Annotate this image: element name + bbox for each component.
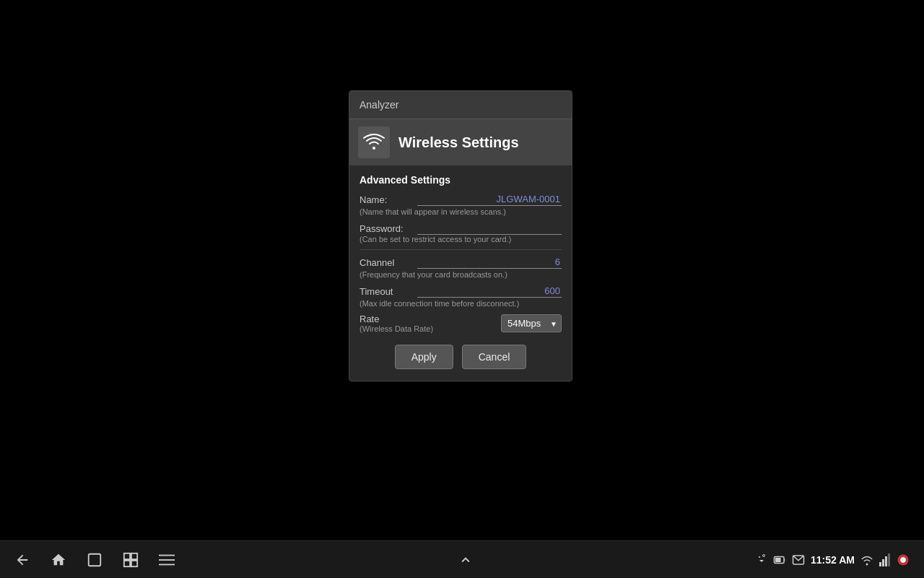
rate-hint: (Wireless Data Rate) [359, 324, 501, 333]
app-name: Analyzer [359, 99, 398, 111]
svg-rect-2 [131, 553, 137, 558]
recents-button[interactable] [87, 552, 103, 568]
timeout-row: Timeout (Max idle connection time before… [359, 285, 562, 308]
dialog-header: Wireless Settings [349, 119, 572, 165]
home-button[interactable] [51, 552, 66, 568]
svg-rect-6 [159, 559, 175, 561]
usb-icon [756, 553, 767, 566]
nav-bar: 11:52 AM [0, 540, 924, 578]
nav-left [14, 552, 175, 568]
timeout-hint: (Max idle connection time before disconn… [359, 299, 562, 308]
up-button[interactable] [458, 552, 474, 568]
svg-point-9 [763, 554, 765, 556]
svg-point-18 [900, 557, 906, 563]
channel-label: Channel [359, 257, 417, 268]
wifi-icon [358, 126, 390, 158]
cancel-button[interactable]: Cancel [462, 345, 527, 369]
nav-center [458, 552, 474, 568]
battery-icon [773, 553, 786, 566]
flag-icon [897, 553, 910, 566]
wireless-settings-dialog: Analyzer Wireless Settings Advanced Sett… [349, 90, 572, 381]
name-hint: (Name that will appear in wireless scans… [359, 207, 562, 216]
name-row: Name: (Name that will appear in wireless… [359, 193, 562, 216]
mail-icon [792, 553, 805, 566]
svg-rect-14 [882, 559, 884, 566]
dialog-title-bar: Analyzer [349, 91, 572, 119]
channel-row: Channel (Frequency that your card broadc… [359, 256, 562, 279]
divider [359, 249, 562, 250]
rate-label: Rate [359, 314, 501, 324]
timeout-label: Timeout [359, 286, 417, 297]
timeout-input[interactable] [417, 285, 562, 298]
wifi-symbol [362, 131, 385, 154]
channel-input[interactable] [417, 256, 562, 269]
svg-rect-1 [124, 553, 130, 558]
channel-hint: (Frequency that your card broadcasts on.… [359, 270, 562, 279]
rate-select-wrapper[interactable]: 1Mbps 2Mbps 5.5Mbps 11Mbps 6Mbps 9Mbps 1… [501, 314, 562, 332]
apply-button[interactable]: Apply [395, 345, 453, 369]
svg-rect-0 [89, 553, 101, 566]
nav-right: 11:52 AM [756, 553, 910, 566]
svg-rect-4 [131, 560, 137, 566]
svg-rect-15 [885, 556, 887, 566]
signal-icon [879, 553, 891, 566]
svg-point-8 [759, 556, 760, 558]
dialog-body: Advanced Settings Name: (Name that will … [349, 165, 572, 381]
section-title: Advanced Settings [359, 174, 562, 186]
svg-rect-5 [159, 554, 175, 556]
svg-rect-16 [888, 553, 890, 566]
status-time: 11:52 AM [811, 554, 855, 566]
svg-rect-3 [124, 560, 130, 566]
password-input[interactable] [417, 222, 562, 235]
grid-button[interactable] [123, 552, 139, 568]
dialog-title: Wireless Settings [398, 134, 519, 151]
back-button[interactable] [14, 552, 30, 568]
svg-rect-11 [775, 558, 781, 562]
rate-select[interactable]: 1Mbps 2Mbps 5.5Mbps 11Mbps 6Mbps 9Mbps 1… [501, 314, 562, 332]
name-label: Name: [359, 194, 417, 205]
rate-label-col: Rate (Wireless Data Rate) [359, 314, 501, 333]
svg-rect-13 [879, 562, 881, 566]
menu-button[interactable] [159, 552, 175, 568]
password-hint: (Can be set to restrict access to your c… [359, 235, 562, 243]
rate-row: Rate (Wireless Data Rate) 1Mbps 2Mbps 5.… [359, 314, 562, 333]
svg-rect-7 [159, 564, 175, 565]
button-row: Apply Cancel [359, 345, 562, 369]
password-label: Password: [359, 223, 417, 234]
password-row: Password: (Can be set to restrict access… [359, 222, 562, 243]
name-input[interactable] [417, 193, 562, 206]
wifi-status-icon [860, 553, 873, 566]
